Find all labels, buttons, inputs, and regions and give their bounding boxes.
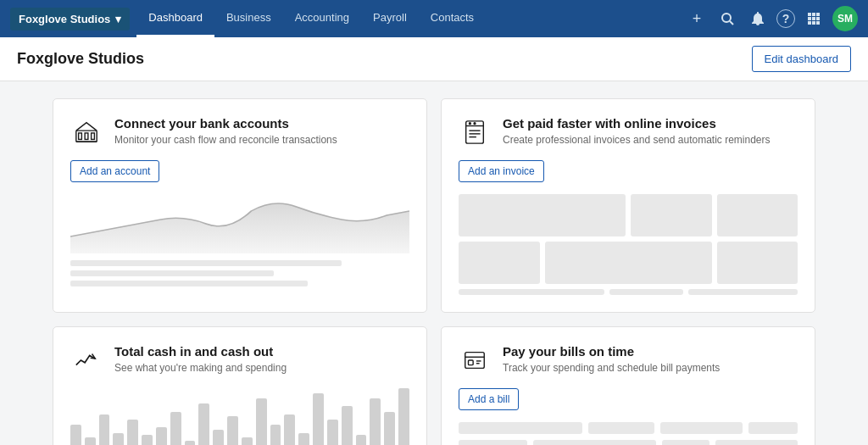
- invoice-icon: [459, 116, 491, 148]
- bar-chart-bar: [70, 425, 81, 445]
- svg-rect-4: [816, 13, 820, 16]
- add-account-button[interactable]: Add an account: [70, 160, 159, 182]
- brand-button[interactable]: Foxglove Studios ▾: [10, 8, 130, 31]
- svg-rect-12: [79, 133, 82, 140]
- add-button[interactable]: +: [685, 7, 709, 31]
- bar-chart-bar: [113, 433, 124, 445]
- svg-point-17: [469, 123, 470, 125]
- bar-chart-bar: [213, 430, 224, 445]
- nav-right: + ? SM: [685, 6, 858, 31]
- nav-link-payroll[interactable]: Payroll: [361, 0, 419, 37]
- bar-chart-bar: [398, 388, 409, 445]
- svg-rect-2: [808, 13, 811, 16]
- main-nav: Foxglove Studios ▾ Dashboard Business Ac…: [0, 0, 868, 37]
- bills-card-description: Track your spending and schedule bill pa…: [503, 362, 720, 374]
- bar-chart-bar: [284, 414, 295, 445]
- bar-chart-bar: [356, 435, 367, 445]
- edit-dashboard-button[interactable]: Edit dashboard: [752, 46, 851, 72]
- search-button[interactable]: [715, 7, 739, 31]
- main-content: Connect your bank accounts Monitor your …: [0, 81, 868, 445]
- cashflow-icon: [70, 344, 103, 376]
- bar-chart-bar: [342, 406, 353, 445]
- svg-rect-10: [816, 21, 820, 25]
- bar-chart-bar: [85, 437, 96, 445]
- bills-card-header: Pay your bills on time Track your spendi…: [459, 344, 798, 376]
- bar-chart-bar: [327, 420, 338, 445]
- bills-icon: [459, 344, 491, 376]
- svg-point-0: [722, 14, 731, 22]
- bar-chart-bar: [142, 435, 153, 445]
- bank-card-title: Connect your bank accounts: [114, 116, 337, 131]
- bank-card-header: Connect your bank accounts Monitor your …: [70, 116, 409, 148]
- invoice-chart: [459, 194, 798, 284]
- svg-rect-6: [812, 17, 815, 20]
- svg-point-18: [474, 123, 476, 125]
- apps-button[interactable]: [802, 7, 826, 31]
- svg-rect-5: [808, 17, 811, 20]
- brand-dropdown-icon: ▾: [115, 13, 121, 25]
- bar-chart-bar: [185, 441, 196, 445]
- invoices-card: Get paid faster with online invoices Cre…: [441, 98, 815, 313]
- bar-chart-bar: [270, 425, 281, 445]
- subheader: Foxglove Studios Edit dashboard: [0, 37, 868, 81]
- bills-card-title: Pay your bills on time: [503, 344, 720, 359]
- add-bill-button[interactable]: Add a bill: [459, 388, 519, 410]
- svg-line-1: [730, 21, 733, 25]
- bar-chart-bar: [256, 398, 267, 445]
- bills-card-text: Pay your bills on time Track your spendi…: [503, 344, 720, 374]
- bills-card: Pay your bills on time Track your spendi…: [441, 326, 815, 445]
- brand-label: Foxglove Studios: [19, 13, 110, 25]
- bank-icon: [70, 116, 103, 148]
- user-avatar[interactable]: SM: [832, 6, 858, 31]
- cashflow-card-header: Total cash in and cash out See what you'…: [70, 344, 409, 376]
- cashflow-card: Total cash in and cash out See what you'…: [53, 326, 427, 445]
- bar-chart-bar: [127, 420, 138, 445]
- bank-card: Connect your bank accounts Monitor your …: [53, 98, 427, 313]
- bar-chart-bar: [370, 398, 381, 445]
- bar-chart-bar: [156, 427, 167, 445]
- bank-card-text: Connect your bank accounts Monitor your …: [114, 116, 337, 146]
- svg-rect-11: [76, 131, 97, 142]
- bar-chart-bar: [298, 433, 309, 445]
- bills-chart: [459, 422, 798, 445]
- invoices-card-header: Get paid faster with online invoices Cre…: [459, 116, 798, 148]
- bar-chart-bar: [384, 412, 395, 445]
- svg-rect-23: [469, 360, 474, 365]
- dashboard-cards: Connect your bank accounts Monitor your …: [53, 98, 815, 445]
- page-title: Foxglove Studios: [17, 50, 144, 68]
- svg-rect-14: [92, 133, 95, 140]
- nav-links: Dashboard Business Accounting Payroll Co…: [136, 0, 685, 37]
- svg-rect-13: [85, 133, 88, 140]
- cashflow-card-title: Total cash in and cash out: [114, 344, 287, 359]
- bar-chart-bar: [170, 412, 181, 445]
- bar-chart-bar: [313, 393, 324, 445]
- bank-chart: [70, 194, 409, 253]
- nav-link-accounting[interactable]: Accounting: [283, 0, 361, 37]
- bar-chart-bar: [242, 437, 253, 445]
- cashflow-card-description: See what you're making and spending: [114, 362, 287, 374]
- bank-card-description: Monitor your cash flow and reconcile tra…: [114, 134, 337, 146]
- svg-rect-9: [812, 21, 815, 25]
- svg-rect-8: [808, 21, 811, 25]
- cashflow-chart: [70, 388, 409, 445]
- nav-link-contacts[interactable]: Contacts: [419, 0, 486, 37]
- cashflow-card-text: Total cash in and cash out See what you'…: [114, 344, 287, 374]
- bar-chart-bar: [198, 403, 209, 445]
- invoices-card-title: Get paid faster with online invoices: [503, 116, 771, 131]
- svg-rect-3: [812, 13, 815, 16]
- invoices-card-text: Get paid faster with online invoices Cre…: [503, 116, 771, 146]
- notifications-button[interactable]: [746, 7, 770, 31]
- help-button[interactable]: ?: [776, 9, 795, 28]
- nav-link-business[interactable]: Business: [214, 0, 283, 37]
- add-invoice-button[interactable]: Add an invoice: [459, 160, 544, 182]
- invoices-card-description: Create professional invoices and send au…: [503, 134, 771, 146]
- bar-chart-bar: [99, 414, 110, 445]
- svg-rect-7: [816, 17, 820, 20]
- nav-link-dashboard[interactable]: Dashboard: [136, 0, 214, 37]
- bar-chart-bar: [227, 416, 238, 445]
